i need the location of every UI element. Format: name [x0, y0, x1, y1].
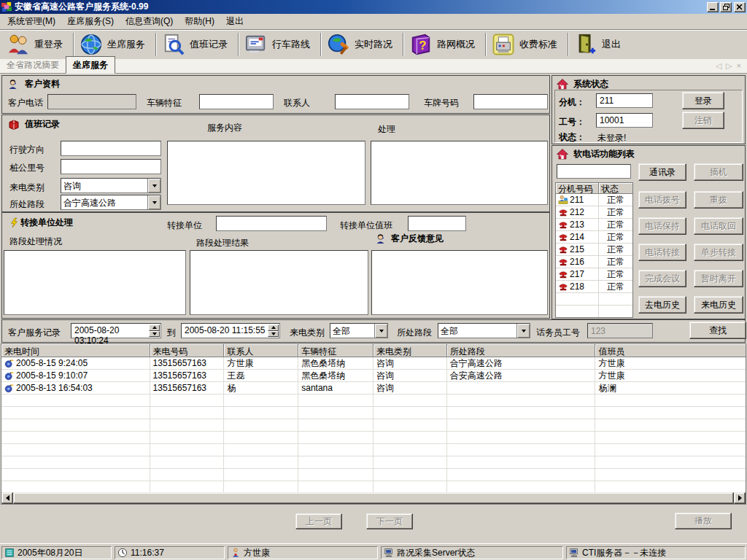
col-call-time[interactable]: 来电时间: [1, 344, 150, 357]
offhook-button[interactable]: 摘机: [694, 163, 743, 181]
menu-system[interactable]: 系统管理(M): [3, 14, 63, 30]
chevron-down-icon[interactable]: [147, 195, 160, 209]
extension-row[interactable]: 213 正常: [556, 219, 632, 231]
dial-number-input[interactable]: [557, 164, 631, 179]
horizontal-scrollbar[interactable]: [1, 492, 746, 504]
toolbar-exit[interactable]: 退出: [570, 30, 630, 59]
extension-row[interactable]: 214 正常: [556, 231, 632, 244]
table-row[interactable]: 2005-8-15 9:10:07 13515657163 王磊 黑色桑塔纳 咨…: [1, 370, 746, 382]
tab-scroll-right-icon[interactable]: ▷: [726, 61, 732, 71]
transfer-unit-duty-input[interactable]: [408, 216, 466, 231]
prev-page-button[interactable]: 上一页: [295, 513, 342, 529]
col-road[interactable]: 所处路段: [447, 344, 596, 357]
customer-phone-input[interactable]: [47, 94, 136, 109]
chevron-down-icon[interactable]: [374, 324, 387, 338]
toolbar-network-overview[interactable]: 路网概况: [406, 30, 484, 59]
transfer-unit-input[interactable]: [216, 216, 327, 231]
redial-button[interactable]: 重拨: [694, 191, 743, 209]
transfer-button[interactable]: 电话转接: [638, 244, 686, 261]
col-duty-person[interactable]: 值班员: [595, 344, 746, 357]
menu-seat-service[interactable]: 座席服务(S): [63, 14, 121, 30]
service-content-textarea[interactable]: [167, 141, 365, 205]
extension-row[interactable]: 217 正常: [556, 268, 632, 281]
col-ext-number[interactable]: 分机号码: [556, 183, 599, 194]
toolbar-network-overview-label: 路网概况: [437, 38, 475, 51]
extension-row[interactable]: 215 正常: [556, 244, 632, 256]
next-page-button[interactable]: 下一页: [366, 513, 413, 529]
toolbar-fee-standard[interactable]: 收费标准: [488, 30, 566, 59]
contacts-button[interactable]: 通讯录: [638, 163, 686, 181]
toolbar-duty-record[interactable]: 值班记录: [158, 30, 236, 59]
direction-input[interactable]: [61, 141, 161, 156]
tab-seat-service[interactable]: 坐席服务: [66, 56, 115, 74]
scrollbar-thumb[interactable]: [13, 492, 734, 504]
hold-button[interactable]: 电话保持: [638, 217, 686, 235]
extension-row[interactable]: 216 正常: [556, 256, 632, 268]
extension-input[interactable]: [596, 93, 653, 108]
operator-no-input[interactable]: [596, 113, 653, 128]
extension-row[interactable]: 218 正常: [556, 281, 632, 293]
col-contact[interactable]: 联系人: [224, 344, 298, 357]
close-button[interactable]: [734, 2, 746, 12]
vehicle-feature-input[interactable]: [199, 94, 274, 109]
restore-button[interactable]: [720, 2, 732, 12]
chevron-down-icon[interactable]: [516, 324, 530, 338]
extension-empty-row: [556, 293, 632, 306]
retrieve-button[interactable]: 电话取回: [694, 217, 743, 235]
menu-info-query[interactable]: 信息查询(Q): [121, 14, 180, 30]
plate-number-input[interactable]: [473, 94, 548, 109]
menu-bar: 系统管理(M) 座席服务(S) 信息查询(Q) 帮助(H) 退出: [0, 14, 747, 29]
finish-conference-button[interactable]: 完成会议: [638, 270, 686, 287]
stake-km-input[interactable]: [61, 159, 161, 174]
away-button[interactable]: 暂时离开: [694, 270, 743, 287]
minimize-button[interactable]: [707, 2, 719, 12]
tab-scroll-left-icon[interactable]: ◁: [716, 61, 721, 71]
col-vehicle[interactable]: 车辆特征: [298, 344, 374, 357]
logout-button[interactable]: 注销: [682, 112, 724, 129]
play-button[interactable]: 播放: [675, 513, 732, 529]
datetime-from-field[interactable]: 2005-08-20 03:10:24: [71, 323, 161, 338]
toolbar-relogin[interactable]: 重登录: [3, 30, 71, 59]
outgoing-history-button[interactable]: 去电历史: [638, 296, 686, 314]
ext-number: 216: [570, 257, 584, 267]
cell-vehicle: 黑色桑塔纳: [298, 357, 374, 370]
chevron-down-icon[interactable]: [147, 179, 160, 192]
login-button[interactable]: 登录: [682, 92, 724, 109]
road-situation-textarea[interactable]: [4, 250, 186, 315]
contact-input[interactable]: [335, 94, 409, 109]
spin-down-icon[interactable]: [268, 331, 279, 338]
single-step-transfer-button[interactable]: 单步转接: [694, 244, 743, 261]
table-row[interactable]: 2005-8-15 9:24:05 13515657163 方世康 黑色桑塔纳 …: [1, 357, 746, 370]
col-call-number[interactable]: 来电号码: [150, 344, 225, 357]
scroll-right-icon[interactable]: [734, 492, 746, 504]
toolbar-seat-service[interactable]: 坐席服务: [76, 30, 154, 59]
extension-row[interactable]: 212 正常: [556, 206, 632, 219]
tab-close-icon[interactable]: ×: [737, 61, 741, 71]
toolbar-driving-route[interactable]: 行车路线: [241, 30, 319, 59]
spin-up-icon[interactable]: [268, 324, 279, 331]
road-section-combo[interactable]: 合宁高速公路: [61, 195, 161, 210]
scroll-left-icon[interactable]: [1, 492, 13, 504]
table-row[interactable]: 2005-8-13 16:54:03 13515657163 杨 santana…: [1, 382, 746, 394]
search-button[interactable]: 查找: [689, 322, 746, 339]
call-type-combo[interactable]: 咨询: [61, 178, 161, 193]
tab-province-traffic-summary[interactable]: 全省路况摘要: [0, 57, 66, 73]
toolbar-realtime-traffic[interactable]: 实时路况: [323, 30, 401, 59]
col-call-type[interactable]: 来电类别: [374, 344, 447, 357]
col-ext-status[interactable]: 状态: [599, 183, 632, 194]
menu-exit[interactable]: 退出: [222, 14, 251, 30]
datetime-to-field[interactable]: 2005-08-20 11:15:55: [181, 323, 280, 338]
handle-textarea[interactable]: [371, 141, 548, 205]
spin-up-icon[interactable]: [149, 324, 160, 331]
cell-road: 合宁高速公路: [447, 357, 596, 370]
query-road-combo[interactable]: 全部: [438, 323, 530, 338]
road-result-textarea[interactable]: [190, 250, 368, 315]
operator-id-input[interactable]: [587, 323, 653, 338]
extension-row[interactable]: 211 正常: [556, 194, 632, 206]
dial-button[interactable]: 电话拨号: [638, 191, 686, 209]
query-call-type-combo[interactable]: 全部: [330, 323, 388, 338]
incoming-history-button[interactable]: 来电历史: [694, 296, 743, 314]
menu-help[interactable]: 帮助(H): [180, 14, 222, 30]
feedback-textarea[interactable]: [371, 250, 548, 315]
spin-down-icon[interactable]: [149, 331, 160, 338]
